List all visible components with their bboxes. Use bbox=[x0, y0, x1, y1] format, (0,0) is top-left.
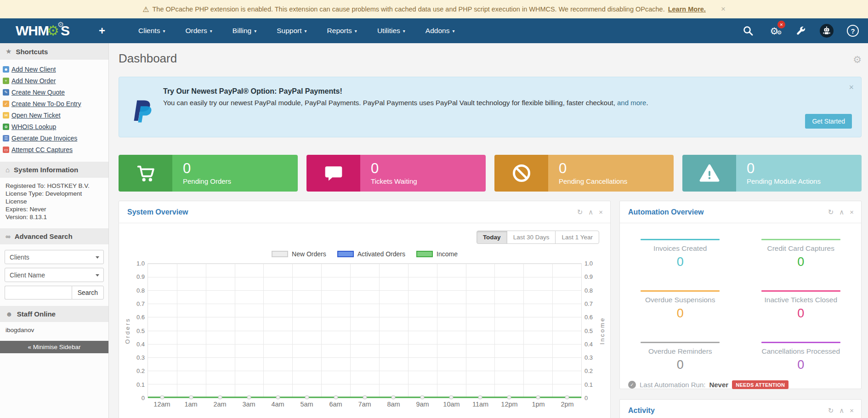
paypal-banner-close-icon[interactable]: × bbox=[849, 83, 854, 92]
shortcut-attempt-cc-captures[interactable]: ▭Attempt CC Captures bbox=[3, 144, 106, 155]
shortcut-create-new-quote[interactable]: ✎Create New Quote bbox=[3, 86, 106, 98]
stat-credit-card-captures[interactable]: Credit Card Captures0 bbox=[750, 239, 851, 269]
menu-orders[interactable]: Orders▾ bbox=[175, 18, 222, 43]
collapse-icon[interactable]: ∧ bbox=[588, 208, 593, 216]
needs-attention-badge[interactable]: NEEDS ATTENTION bbox=[732, 380, 789, 389]
stat-card[interactable]: 0 Tickets Waiting bbox=[306, 155, 486, 192]
shortcut-open-new-ticket[interactable]: ✉Open New Ticket bbox=[3, 109, 106, 121]
refresh-icon[interactable]: ↻ bbox=[577, 208, 583, 216]
shortcuts-list: ☻Add New Client +Add New Order ✎Create N… bbox=[0, 60, 108, 162]
automation-overview-title: Automation Overview bbox=[628, 208, 703, 216]
learn-more-link[interactable]: Learn More. bbox=[668, 6, 706, 13]
search-input[interactable] bbox=[5, 286, 72, 299]
gridline-vertical bbox=[437, 264, 437, 397]
whmcs-logo[interactable]: WHM ⚙ ⚙ S bbox=[16, 23, 69, 39]
tickets-waiting-label: Tickets Waiting bbox=[371, 177, 486, 185]
wrench-icon[interactable] bbox=[794, 24, 807, 38]
home-icon: ⌂ bbox=[6, 166, 10, 174]
shortcut-generate-due-invoices[interactable]: ☰Generate Due Invoices bbox=[3, 132, 106, 144]
y-tick-label: 0.6 bbox=[136, 314, 145, 321]
close-icon[interactable]: × bbox=[850, 208, 854, 216]
refresh-icon[interactable]: ↻ bbox=[828, 407, 834, 415]
menu-clients[interactable]: Clients▾ bbox=[128, 18, 175, 43]
close-icon[interactable]: × bbox=[850, 407, 854, 415]
opcache-alert-banner: ⚠ The OPcache PHP extension is enabled. … bbox=[0, 0, 868, 18]
alert-close-icon[interactable]: × bbox=[721, 5, 726, 14]
menu-reports[interactable]: Reports▾ bbox=[317, 18, 367, 43]
range-last-30-days-button[interactable]: Last 30 Days bbox=[507, 231, 556, 244]
shortcut-add-new-client[interactable]: ☻Add New Client bbox=[3, 63, 106, 75]
minimise-sidebar-button[interactable]: « Minimise Sidebar bbox=[0, 341, 108, 353]
collapse-icon[interactable]: ∧ bbox=[839, 407, 844, 415]
whmcs-admin-page: ⚠ The OPcache PHP extension is enabled. … bbox=[0, 0, 868, 418]
license-type: License Type: Development License bbox=[6, 190, 103, 206]
system-information-header: ⌂ System Information bbox=[0, 162, 108, 178]
stat-card[interactable]: 0 Pending Cancellations bbox=[494, 155, 674, 192]
activity-title: Activity bbox=[628, 407, 655, 415]
automation-status-robot-icon[interactable] bbox=[820, 24, 834, 38]
x-tick-label: 2am bbox=[205, 401, 234, 408]
staff-online-name[interactable]: ibogdanov bbox=[0, 322, 108, 341]
warning-triangle-icon: ⚠ bbox=[142, 5, 149, 14]
user-icon: ☻ bbox=[3, 66, 9, 73]
refresh-icon[interactable]: ↻ bbox=[828, 208, 834, 216]
system-health-gears-icon[interactable]: ⚙⚙ ✕ bbox=[767, 24, 781, 38]
range-last-1-year-button[interactable]: Last 1 Year bbox=[555, 231, 599, 244]
tickets-waiting-count: 0 bbox=[371, 161, 486, 176]
y-tick-label: 1.0 bbox=[584, 260, 593, 267]
pending-orders-count: 0 bbox=[183, 161, 298, 176]
search-button[interactable]: Search bbox=[72, 286, 104, 299]
stat-invoices-created[interactable]: Invoices Created0 bbox=[630, 239, 731, 269]
gridline-horizontal bbox=[148, 384, 581, 384]
shopping-cart-icon bbox=[119, 155, 172, 192]
stat-cancellations-processed[interactable]: Cancellations Processed0 bbox=[750, 342, 851, 372]
help-icon[interactable]: ? bbox=[846, 24, 860, 38]
dashboard-settings-gear-icon[interactable]: ⚙ bbox=[853, 54, 862, 65]
stat-overdue-reminders[interactable]: Overdue Reminders0 bbox=[630, 342, 731, 372]
gridline-vertical bbox=[379, 264, 380, 397]
system-information-body: Registered To: HOSTKEY B.V. License Type… bbox=[0, 178, 108, 228]
gridline-horizontal bbox=[148, 264, 581, 264]
stat-card[interactable]: 0 Pending Module Actions bbox=[682, 155, 862, 192]
y-tick-label: 0.4 bbox=[584, 340, 593, 347]
comment-bubble-icon bbox=[306, 155, 360, 192]
search-icon[interactable] bbox=[741, 24, 755, 38]
search-category-select[interactable]: Clients bbox=[5, 250, 104, 264]
stat-inactive-tickets-closed[interactable]: Inactive Tickets Closed0 bbox=[750, 290, 851, 321]
close-icon[interactable]: × bbox=[599, 208, 603, 216]
quick-add-button[interactable]: + bbox=[99, 24, 105, 37]
x-tick-label: 3am bbox=[234, 401, 263, 408]
gridline-vertical bbox=[466, 264, 466, 397]
shortcut-whois-lookup[interactable]: ⊕WHOIS Lookup bbox=[3, 121, 106, 132]
stat-cards-row: 0 Pending Orders 0 Tickets Waiting bbox=[119, 155, 862, 192]
and-more-link[interactable]: and more bbox=[617, 99, 646, 107]
y-tick-label: 0.7 bbox=[136, 300, 145, 307]
menu-support[interactable]: Support▾ bbox=[267, 18, 317, 43]
quote-pencil-icon: ✎ bbox=[3, 89, 9, 96]
automation-overview-panel: Automation Overview ↻ ∧ × Invoices Creat… bbox=[619, 201, 862, 389]
gridline-vertical bbox=[494, 264, 495, 397]
pending-orders-label: Pending Orders bbox=[183, 177, 298, 185]
y-tick-label: 0.6 bbox=[584, 314, 593, 321]
menu-billing[interactable]: Billing▾ bbox=[222, 18, 267, 43]
pending-cancellations-count: 0 bbox=[559, 161, 674, 176]
get-started-button[interactable]: Get Started bbox=[805, 114, 852, 129]
gridline-horizontal bbox=[148, 371, 581, 371]
search-field-select[interactable]: Client Name bbox=[5, 268, 104, 282]
chevron-down-icon: ▾ bbox=[403, 28, 405, 34]
menu-addons[interactable]: Addons▾ bbox=[415, 18, 465, 43]
stat-overdue-suspensions[interactable]: Overdue Suspensions0 bbox=[630, 290, 731, 321]
menu-utilities[interactable]: Utilities▾ bbox=[367, 18, 415, 43]
warning-triangle-icon bbox=[682, 155, 736, 192]
range-today-button[interactable]: Today bbox=[477, 231, 507, 244]
pending-cancellations-label: Pending Cancellations bbox=[559, 177, 674, 185]
collapse-icon[interactable]: ∧ bbox=[839, 208, 844, 216]
pending-module-actions-count: 0 bbox=[747, 161, 862, 176]
x-tick-label: 1am bbox=[176, 401, 205, 408]
shortcut-add-new-order[interactable]: +Add New Order bbox=[3, 75, 106, 86]
legend-swatch bbox=[272, 251, 288, 257]
stat-card[interactable]: 0 Pending Orders bbox=[119, 155, 298, 192]
data-point-marker bbox=[536, 395, 540, 400]
shortcut-create-new-todo[interactable]: ✓Create New To-Do Entry bbox=[3, 98, 106, 109]
y-tick-label: 1.0 bbox=[136, 260, 145, 267]
